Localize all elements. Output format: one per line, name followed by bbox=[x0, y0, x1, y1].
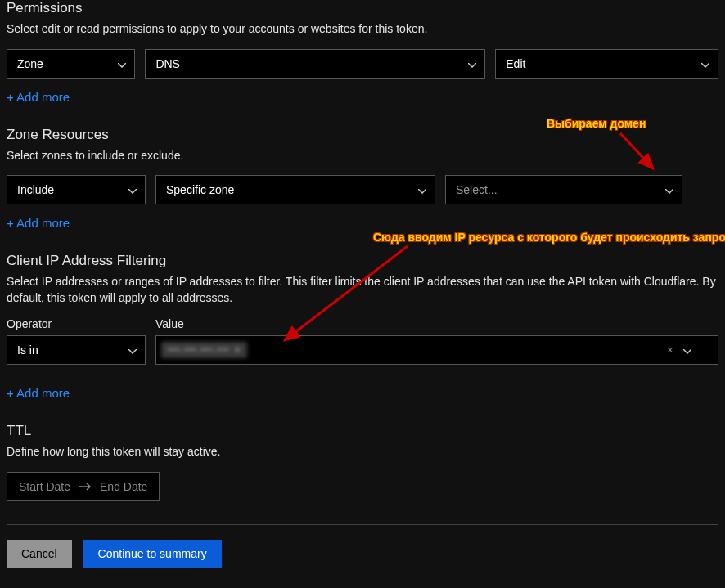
permissions-scope-select[interactable]: Zone bbox=[7, 49, 135, 79]
zone-mode-value: Include bbox=[17, 183, 54, 196]
permissions-level-value: Edit bbox=[506, 57, 525, 70]
cancel-button[interactable]: Cancel bbox=[7, 540, 72, 568]
permissions-scope-value: Zone bbox=[17, 57, 43, 70]
annotation-ip: Сюда вводим IP ресурса с которого будет … bbox=[373, 231, 725, 244]
ip-filtering-desc: Select IP addresses or ranges of IP addr… bbox=[7, 274, 718, 306]
ip-add-more-link[interactable]: + Add more bbox=[7, 386, 70, 400]
ip-tag: •••.•••.•••.••• × bbox=[161, 342, 247, 358]
zone-resources-title: Zone Resources bbox=[7, 127, 718, 143]
chevron-down-icon bbox=[418, 183, 426, 196]
permissions-section: Permissions Select edit or read permissi… bbox=[7, 0, 718, 104]
actions-row: Cancel Continue to summary bbox=[7, 540, 718, 568]
ip-filtering-section: Client IP Address Filtering Select IP ad… bbox=[7, 253, 718, 400]
permissions-level-select[interactable]: Edit bbox=[495, 49, 718, 79]
clear-icon[interactable]: × bbox=[667, 343, 673, 357]
chevron-down-icon bbox=[128, 183, 137, 196]
operator-label: Operator bbox=[7, 317, 146, 330]
permissions-resource-value: DNS bbox=[155, 57, 180, 70]
divider bbox=[7, 524, 718, 525]
permissions-add-more-link[interactable]: + Add more bbox=[7, 90, 70, 104]
ttl-daterange[interactable]: Start Date End Date bbox=[7, 472, 160, 501]
zone-domain-placeholder: Select... bbox=[456, 183, 498, 196]
zone-mode-select[interactable]: Include bbox=[7, 175, 146, 204]
chevron-down-icon bbox=[128, 343, 137, 357]
close-icon[interactable]: × bbox=[234, 344, 241, 356]
ip-tag-text: •••.•••.•••.••• bbox=[168, 344, 229, 356]
zone-domain-select[interactable]: Select... bbox=[445, 175, 682, 204]
ttl-end: End Date bbox=[100, 480, 147, 493]
zone-resources-desc: Select zones to include or exclude. bbox=[7, 148, 718, 164]
ttl-title: TTL bbox=[7, 423, 718, 439]
operator-select[interactable]: Is in bbox=[7, 335, 146, 365]
operator-value: Is in bbox=[17, 343, 38, 357]
continue-button[interactable]: Continue to summary bbox=[83, 540, 222, 568]
chevron-down-icon bbox=[665, 183, 673, 196]
zone-type-value: Specific zone bbox=[166, 183, 234, 196]
chevron-down-icon bbox=[683, 343, 691, 357]
permissions-title: Permissions bbox=[7, 0, 718, 16]
ttl-section: TTL Define how long this token will stay… bbox=[7, 423, 718, 501]
ip-filtering-title: Client IP Address Filtering bbox=[7, 253, 718, 269]
permissions-desc: Select edit or read permissions to apply… bbox=[7, 21, 718, 38]
ttl-desc: Define how long this token will stay act… bbox=[7, 444, 718, 460]
arrow-right-icon bbox=[79, 480, 92, 493]
ttl-start: Start Date bbox=[19, 480, 70, 493]
zone-add-more-link[interactable]: + Add more bbox=[7, 216, 70, 230]
chevron-down-icon bbox=[701, 57, 709, 70]
value-label: Value bbox=[155, 317, 718, 330]
ip-value-select[interactable]: •••.•••.•••.••• × × bbox=[155, 335, 718, 365]
zone-resources-section: Zone Resources Select zones to include o… bbox=[7, 127, 718, 231]
zone-type-select[interactable]: Specific zone bbox=[155, 175, 435, 204]
permissions-resource-select[interactable]: DNS bbox=[145, 49, 485, 79]
chevron-down-icon bbox=[468, 57, 476, 70]
chevron-down-icon bbox=[118, 57, 126, 70]
